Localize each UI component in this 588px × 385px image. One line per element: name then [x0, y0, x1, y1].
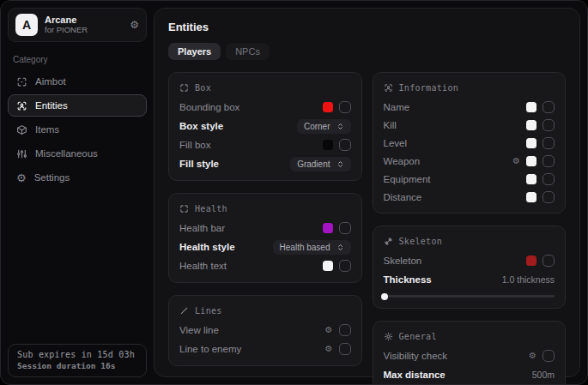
- crosshair-icon: [16, 76, 27, 87]
- setting-row-kill: Kill: [384, 116, 555, 134]
- fill-style-dropdown[interactable]: Gradient: [290, 157, 350, 171]
- line-to-enemy-checkbox[interactable]: [339, 343, 351, 355]
- setting-row-thickness: Thickness 1.0 thickness: [384, 270, 555, 289]
- dropdown-value: Corner: [304, 122, 330, 131]
- sub-expiry-text: Sub expires in 15d 03h: [17, 350, 137, 359]
- frame-corners-icon: [179, 83, 189, 93]
- setting-row-health-text: Health text: [179, 256, 351, 275]
- app-window: A Arcane for PIONER ⚙ Category Aimbot: [0, 0, 588, 385]
- setting-label: Box style: [179, 121, 223, 131]
- setting-row-level: Level: [384, 134, 555, 152]
- color-swatch[interactable]: [323, 140, 333, 150]
- setting-label: Health text: [179, 261, 227, 271]
- card-title: Box: [195, 83, 211, 93]
- color-swatch[interactable]: [526, 156, 536, 166]
- setting-row-view-line: View line ⚙: [179, 321, 351, 340]
- setting-label: Line to enemy: [179, 344, 241, 354]
- color-swatch[interactable]: [526, 174, 536, 184]
- view-line-checkbox[interactable]: [339, 324, 351, 336]
- skeleton-card: Skeleton Skeleton Thickness 1.0 thicknes…: [373, 226, 567, 309]
- setting-label: Bounding box: [179, 102, 239, 112]
- main-panel: Entities Players NPCs Box: [154, 8, 580, 377]
- setting-label: Max distance: [384, 370, 446, 380]
- setting-row-name: Name: [384, 98, 555, 116]
- fill-box-checkbox[interactable]: [339, 139, 351, 151]
- setting-label: Distance: [384, 192, 422, 202]
- visibility-config-gear-icon[interactable]: ⚙: [529, 352, 536, 360]
- weapon-config-gear-icon[interactable]: ⚙: [512, 157, 520, 165]
- tab-players[interactable]: Players: [168, 43, 221, 60]
- color-swatch[interactable]: [526, 138, 536, 148]
- setting-label: Health style: [179, 242, 235, 252]
- brand-subtitle: for PIONER: [45, 26, 123, 35]
- slider-handle[interactable]: [381, 293, 388, 300]
- color-swatch[interactable]: [526, 102, 536, 112]
- health-text-checkbox[interactable]: [339, 260, 351, 272]
- name-checkbox[interactable]: [543, 101, 555, 113]
- sidebar-item-label: Items: [35, 124, 59, 135]
- unfold-icon: [336, 160, 344, 168]
- gear-icon: ⚙: [16, 172, 27, 183]
- color-swatch[interactable]: [323, 261, 333, 271]
- setting-label: Name: [384, 102, 410, 112]
- page-title: Entities: [168, 21, 566, 33]
- setting-row-fill-box: Fill box: [179, 135, 351, 154]
- color-swatch[interactable]: [323, 223, 333, 233]
- color-swatch[interactable]: [526, 256, 536, 266]
- skeleton-checkbox[interactable]: [543, 255, 555, 267]
- setting-row-health-bar: Health bar: [179, 219, 351, 238]
- bounding-box-checkbox[interactable]: [339, 101, 351, 113]
- color-swatch[interactable]: [526, 192, 536, 202]
- setting-label: Health bar: [179, 223, 225, 233]
- thickness-value: 1.0 thickness: [502, 274, 555, 285]
- sidebar-item-miscellaneous[interactable]: Miscellaneous: [8, 142, 147, 165]
- brand-settings-gear-icon[interactable]: ⚙: [130, 20, 139, 30]
- color-swatch[interactable]: [526, 120, 536, 130]
- line-to-enemy-config-gear-icon[interactable]: ⚙: [325, 345, 333, 353]
- setting-label: View line: [179, 325, 219, 335]
- health-style-dropdown[interactable]: Health based: [273, 240, 351, 255]
- setting-label: Skeleton: [384, 256, 422, 266]
- tab-npcs[interactable]: NPCs: [226, 43, 270, 60]
- frame-corners-icon: [179, 204, 189, 214]
- person-scan-icon: [384, 83, 393, 93]
- sidebar: A Arcane for PIONER ⚙ Category Aimbot: [1, 1, 154, 384]
- box-style-dropdown[interactable]: Corner: [297, 119, 351, 134]
- setting-label: Equipment: [384, 174, 431, 184]
- general-card: General Visibility check ⚙ Max distance …: [373, 321, 567, 385]
- setting-row-distance: Distance: [384, 188, 555, 206]
- distance-checkbox[interactable]: [543, 191, 555, 203]
- setting-label: Weapon: [384, 156, 421, 166]
- setting-row-equipment: Equipment: [384, 170, 555, 188]
- subscription-info-box: Sub expires in 15d 03h Session duration …: [8, 344, 147, 377]
- unfold-icon: [336, 123, 344, 130]
- view-line-config-gear-icon[interactable]: ⚙: [325, 326, 333, 334]
- sidebar-item-aimbot[interactable]: Aimbot: [8, 70, 147, 93]
- bone-icon: [384, 237, 393, 246]
- setting-label: Level: [384, 138, 408, 148]
- setting-row-line-to-enemy: Line to enemy ⚙: [179, 340, 351, 358]
- health-bar-checkbox[interactable]: [339, 222, 351, 234]
- weapon-checkbox[interactable]: [543, 155, 555, 167]
- visibility-check-checkbox[interactable]: [543, 350, 555, 362]
- brand-card: A Arcane for PIONER ⚙: [8, 8, 147, 42]
- sidebar-item-settings[interactable]: ⚙ Settings: [8, 166, 147, 189]
- sidebar-item-entities[interactable]: Entities: [8, 94, 147, 117]
- card-title: Lines: [195, 306, 222, 316]
- sidebar-item-items[interactable]: Items: [8, 118, 147, 141]
- diagonal-line-icon: [179, 306, 189, 316]
- equipment-checkbox[interactable]: [543, 173, 555, 185]
- setting-row-weapon: Weapon ⚙: [384, 152, 555, 170]
- dropdown-value: Gradient: [297, 159, 330, 169]
- color-swatch[interactable]: [323, 102, 333, 112]
- kill-checkbox[interactable]: [543, 119, 555, 131]
- thickness-slider[interactable]: [384, 295, 555, 298]
- card-title: Health: [195, 204, 227, 214]
- setting-row-skeleton: Skeleton: [384, 251, 555, 270]
- setting-label: Kill: [384, 120, 397, 130]
- brand-title: Arcane: [45, 15, 123, 26]
- session-duration-text: Session duration 16s: [17, 361, 137, 370]
- level-checkbox[interactable]: [543, 137, 555, 149]
- category-label: Category: [13, 55, 142, 64]
- dropdown-value: Health based: [280, 243, 330, 252]
